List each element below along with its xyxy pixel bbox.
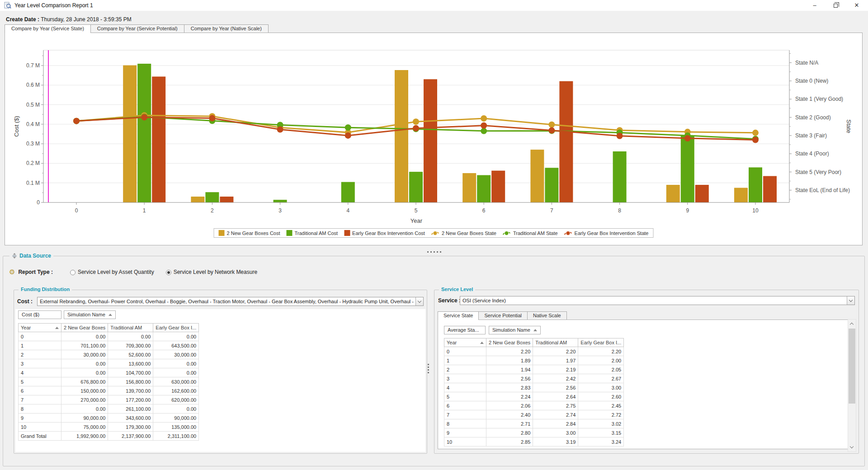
state-marker — [141, 114, 147, 121]
splitter-dot-icon — [440, 251, 441, 253]
table-row[interactable]: 40.00104,700.000.00 — [19, 368, 199, 377]
tab-compare-native-scale[interactable]: Compare by Year (Native Scale) — [184, 24, 269, 33]
column-field-simulation-name[interactable]: Simulation Name — [489, 326, 541, 334]
cell: 3 — [19, 359, 61, 368]
bar — [205, 192, 219, 202]
vertical-splitter[interactable] — [428, 362, 429, 375]
cell: 0 — [444, 347, 486, 356]
table-row[interactable]: 102.853.193.24 — [444, 437, 624, 446]
tab-compare-service-potential[interactable]: Compare by Year (Service Potential) — [90, 24, 184, 33]
scroll-up-button[interactable] — [848, 320, 856, 328]
column-header-label: 2 New Gear Boxes — [64, 325, 105, 330]
svg-text:State 3 (Fair): State 3 (Fair) — [795, 132, 827, 139]
table-row[interactable]: 230,000.0052,600.0030,000.00 — [19, 350, 199, 359]
combo-chart[interactable]: 00.1 M0.2 M0.3 M0.4 M0.5 M0.6 M0.7 MStat… — [5, 33, 862, 245]
cell: 3.00 — [533, 428, 578, 437]
radio-service-level-asset-quantity[interactable] — [70, 270, 75, 275]
close-icon[interactable]: ✕ — [849, 0, 864, 11]
table-row[interactable]: 990,000.00343,600.0090,000.00 — [19, 414, 199, 423]
column-header[interactable]: Early Gear Box I... — [153, 324, 199, 332]
column-header-label: Traditional AM — [110, 325, 142, 330]
radio-label-network-measure[interactable]: Service Level by Network Measure — [174, 269, 257, 275]
svg-text:9: 9 — [686, 207, 689, 214]
data-field-cost[interactable]: Cost ($) — [18, 310, 61, 319]
svg-text:State 2 (Good): State 2 (Good) — [795, 114, 831, 121]
cell: 2.74 — [533, 410, 578, 419]
tab-service-state[interactable]: Service State — [438, 311, 479, 320]
legend-line-marker-icon — [564, 230, 572, 236]
table-row[interactable]: 80.00261,100.000.00 — [19, 404, 199, 414]
table-row[interactable]: 6150,000.00139,700.00162,600.00 — [19, 386, 199, 395]
minimize-icon[interactable]: – — [807, 0, 822, 11]
table-row[interactable]: 1701,100.00709,300.00643,500.00 — [19, 341, 199, 350]
state-marker — [617, 133, 623, 139]
cell: 2.75 — [533, 401, 578, 410]
funding-distribution-group: Funding Distribution Cost : External Reb… — [14, 290, 427, 454]
legend-label: 2 New Gear Boxes State — [442, 230, 496, 236]
cell: 2,311,100.00 — [153, 432, 199, 441]
service-dropdown[interactable]: OSI (Service Index) — [460, 296, 855, 305]
cost-dropdown[interactable]: External Rebranding, Overhaul- Power Con… — [37, 297, 424, 306]
table-row[interactable]: 5676,800.00156,800.00630,000.00 — [19, 377, 199, 386]
table-row[interactable]: 02.202.202.20 — [444, 347, 624, 356]
bar — [666, 185, 680, 202]
column-field-simulation-name[interactable]: Simulation Name — [64, 310, 116, 319]
radio-label-asset-quantity[interactable]: Service Level by Asset Quantity — [78, 269, 154, 275]
horizontal-splitter[interactable] — [0, 249, 868, 255]
bar — [559, 81, 573, 202]
svg-text:3: 3 — [278, 207, 282, 214]
restore-icon[interactable] — [828, 0, 843, 11]
tab-service-potential[interactable]: Service Potential — [478, 311, 528, 320]
column-header[interactable]: Year — [444, 338, 486, 347]
table-row[interactable]: Grand Total1,992,900.002,137,900.002,311… — [19, 432, 199, 441]
table-row[interactable]: 52.242.642.60 — [444, 392, 624, 401]
column-header[interactable]: Year — [19, 324, 61, 332]
cell: 3.00 — [578, 383, 624, 392]
bar — [734, 188, 748, 202]
svg-text:0: 0 — [75, 207, 78, 214]
column-header[interactable]: 2 New Gear Boxes — [486, 338, 533, 347]
table-row[interactable]: 42.832.563.00 — [444, 383, 624, 392]
tab-native-scale[interactable]: Native Scale — [527, 311, 567, 320]
cost-dropdown-button[interactable] — [415, 297, 423, 306]
table-row[interactable]: 82.712.843.02 — [444, 419, 624, 428]
data-source-title: Data Source — [9, 253, 53, 259]
cell: 676,800.00 — [61, 377, 108, 386]
cell: 6 — [19, 386, 61, 395]
cell: 2.84 — [533, 419, 578, 428]
tab-compare-service-state[interactable]: Compare by Year (Service State) — [5, 24, 91, 33]
table-row[interactable]: 32.562.422.67 — [444, 374, 624, 383]
cell: 8 — [19, 404, 61, 414]
column-header[interactable]: Traditional AM — [108, 324, 153, 332]
table-row[interactable]: 62.062.752.45 — [444, 401, 624, 410]
column-header[interactable]: Traditional AM — [533, 338, 578, 347]
scroll-down-button[interactable] — [848, 443, 856, 451]
chart-panel: 00.1 M0.2 M0.3 M0.4 M0.5 M0.6 M0.7 MStat… — [5, 33, 863, 245]
state-marker — [413, 125, 419, 132]
sort-asc-icon — [480, 342, 484, 344]
data-field-average-state[interactable]: Average Sta... — [444, 326, 486, 334]
table-row[interactable]: 72.402.742.72 — [444, 410, 624, 419]
table-row[interactable]: 00.000.000.00 — [19, 332, 199, 341]
table-row[interactable]: 11.891.972.00 — [444, 356, 624, 365]
cell: 3.24 — [578, 437, 624, 446]
table-row[interactable]: 30.0013,600.000.00 — [19, 359, 199, 368]
table-row[interactable]: 1075,000.00179,300.00135,000.00 — [19, 423, 199, 432]
cell: 0.00 — [108, 332, 153, 341]
radio-service-level-network-measure[interactable] — [166, 270, 171, 275]
svg-text:10: 10 — [752, 207, 759, 214]
scrollbar-thumb[interactable] — [849, 329, 855, 404]
column-header[interactable]: Early Gear Box I... — [578, 338, 624, 347]
table-row[interactable]: 7270,000.00177,200.00620,000.00 — [19, 395, 199, 404]
table-row[interactable]: 21.942.192.05 — [444, 365, 624, 374]
column-field-label: Simulation Name — [492, 326, 530, 334]
bar — [123, 66, 137, 202]
service-dropdown-button[interactable] — [847, 296, 854, 305]
report-type-label: Report Type : — [18, 269, 52, 275]
cell: 1 — [444, 356, 486, 365]
table-row[interactable]: 92.803.003.15 — [444, 428, 624, 437]
service-title-text: Service Level — [441, 287, 473, 292]
vertical-scrollbar[interactable] — [848, 319, 856, 452]
cell: 0 — [19, 332, 61, 341]
column-header[interactable]: 2 New Gear Boxes — [61, 324, 108, 332]
